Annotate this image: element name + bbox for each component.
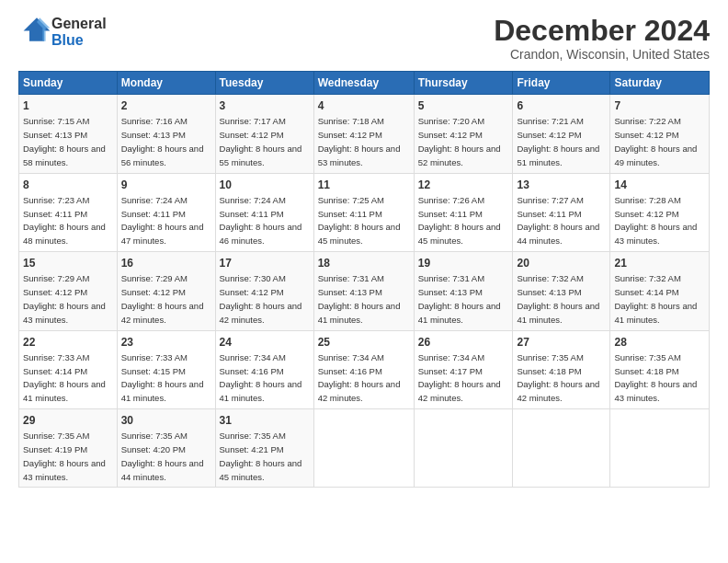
calendar-cell: 25Sunrise: 7:34 AMSunset: 4:16 PMDayligh… <box>313 330 414 408</box>
day-info: Sunrise: 7:35 AMSunset: 4:19 PMDaylight:… <box>23 431 106 481</box>
calendar-cell: 15Sunrise: 7:29 AMSunset: 4:12 PMDayligh… <box>19 252 118 330</box>
calendar-cell: 14Sunrise: 7:28 AMSunset: 4:12 PMDayligh… <box>610 173 710 251</box>
day-number: 30 <box>121 413 211 428</box>
day-number: 11 <box>318 178 410 192</box>
day-info: Sunrise: 7:17 AMSunset: 4:12 PMDaylight:… <box>220 116 302 167</box>
calendar-week-1: 1Sunrise: 7:15 AMSunset: 4:13 PMDaylight… <box>19 95 710 173</box>
day-info: Sunrise: 7:28 AMSunset: 4:12 PMDaylight:… <box>614 195 697 246</box>
calendar-cell <box>513 408 610 487</box>
day-number: 22 <box>23 335 113 350</box>
day-number: 10 <box>220 178 310 192</box>
calendar-cell: 20Sunrise: 7:32 AMSunset: 4:13 PMDayligh… <box>513 252 610 330</box>
calendar-cell: 3Sunrise: 7:17 AMSunset: 4:12 PMDaylight… <box>215 95 313 173</box>
day-info: Sunrise: 7:30 AMSunset: 4:12 PMDaylight:… <box>220 273 302 324</box>
logo: General Blue <box>18 15 107 49</box>
day-info: Sunrise: 7:21 AMSunset: 4:12 PMDaylight:… <box>517 116 599 167</box>
logo-text: General Blue <box>51 16 107 48</box>
day-info: Sunrise: 7:29 AMSunset: 4:12 PMDaylight:… <box>121 273 204 324</box>
day-number: 6 <box>517 98 606 113</box>
calendar-cell: 31Sunrise: 7:35 AMSunset: 4:21 PMDayligh… <box>215 408 313 487</box>
calendar-cell: 24Sunrise: 7:34 AMSunset: 4:16 PMDayligh… <box>215 330 313 408</box>
day-info: Sunrise: 7:15 AMSunset: 4:13 PMDaylight:… <box>23 116 106 167</box>
logo-blue: Blue <box>51 32 107 49</box>
day-number: 20 <box>517 256 606 270</box>
calendar-cell: 6Sunrise: 7:21 AMSunset: 4:12 PMDaylight… <box>513 95 610 173</box>
day-info: Sunrise: 7:33 AMSunset: 4:15 PMDaylight:… <box>121 352 204 403</box>
calendar-cell: 1Sunrise: 7:15 AMSunset: 4:13 PMDaylight… <box>19 95 118 173</box>
day-info: Sunrise: 7:29 AMSunset: 4:12 PMDaylight:… <box>23 273 106 324</box>
calendar-cell: 21Sunrise: 7:32 AMSunset: 4:14 PMDayligh… <box>610 252 710 330</box>
calendar: SundayMondayTuesdayWednesdayThursdayFrid… <box>18 71 710 488</box>
calendar-cell: 7Sunrise: 7:22 AMSunset: 4:12 PMDaylight… <box>610 95 710 173</box>
day-number: 25 <box>318 335 410 350</box>
month-title: December 2024 <box>494 15 710 47</box>
calendar-cell: 30Sunrise: 7:35 AMSunset: 4:20 PMDayligh… <box>117 408 215 487</box>
day-info: Sunrise: 7:31 AMSunset: 4:13 PMDaylight:… <box>418 273 501 324</box>
day-info: Sunrise: 7:32 AMSunset: 4:13 PMDaylight:… <box>517 273 599 324</box>
day-number: 7 <box>614 98 705 113</box>
calendar-cell: 5Sunrise: 7:20 AMSunset: 4:12 PMDaylight… <box>414 95 513 173</box>
day-number: 31 <box>220 413 310 428</box>
header: General Blue December 2024 Crandon, Wisc… <box>18 15 710 62</box>
calendar-cell: 27Sunrise: 7:35 AMSunset: 4:18 PMDayligh… <box>513 330 610 408</box>
calendar-cell: 17Sunrise: 7:30 AMSunset: 4:12 PMDayligh… <box>215 252 313 330</box>
calendar-week-2: 8Sunrise: 7:23 AMSunset: 4:11 PMDaylight… <box>19 173 710 251</box>
calendar-cell: 2Sunrise: 7:16 AMSunset: 4:13 PMDaylight… <box>117 95 215 173</box>
day-number: 14 <box>614 178 705 192</box>
day-number: 2 <box>121 98 211 113</box>
location: Crandon, Wisconsin, United States <box>494 47 710 62</box>
day-header-friday: Friday <box>513 72 610 95</box>
day-info: Sunrise: 7:25 AMSunset: 4:11 PMDaylight:… <box>318 195 401 246</box>
day-number: 29 <box>23 413 113 428</box>
calendar-week-4: 22Sunrise: 7:33 AMSunset: 4:14 PMDayligh… <box>19 330 710 408</box>
calendar-cell: 22Sunrise: 7:33 AMSunset: 4:14 PMDayligh… <box>19 330 118 408</box>
day-number: 18 <box>318 256 410 270</box>
calendar-body: 1Sunrise: 7:15 AMSunset: 4:13 PMDaylight… <box>19 95 710 488</box>
day-info: Sunrise: 7:24 AMSunset: 4:11 PMDaylight:… <box>121 195 204 246</box>
header-row: SundayMondayTuesdayWednesdayThursdayFrid… <box>19 72 710 95</box>
day-info: Sunrise: 7:34 AMSunset: 4:16 PMDaylight:… <box>220 352 302 403</box>
day-info: Sunrise: 7:34 AMSunset: 4:16 PMDaylight:… <box>318 352 401 403</box>
day-header-tuesday: Tuesday <box>215 72 313 95</box>
day-header-saturday: Saturday <box>610 72 710 95</box>
day-header-wednesday: Wednesday <box>313 72 414 95</box>
day-header-sunday: Sunday <box>19 72 118 95</box>
day-info: Sunrise: 7:16 AMSunset: 4:13 PMDaylight:… <box>121 116 204 167</box>
day-info: Sunrise: 7:34 AMSunset: 4:17 PMDaylight:… <box>418 352 501 403</box>
day-info: Sunrise: 7:31 AMSunset: 4:13 PMDaylight:… <box>318 273 401 324</box>
calendar-cell <box>414 408 513 487</box>
calendar-cell: 19Sunrise: 7:31 AMSunset: 4:13 PMDayligh… <box>414 252 513 330</box>
day-header-thursday: Thursday <box>414 72 513 95</box>
day-number: 15 <box>23 256 113 270</box>
day-number: 12 <box>418 178 509 192</box>
calendar-cell: 4Sunrise: 7:18 AMSunset: 4:12 PMDaylight… <box>313 95 414 173</box>
svg-marker-0 <box>24 17 51 41</box>
day-number: 23 <box>121 335 211 350</box>
calendar-cell: 8Sunrise: 7:23 AMSunset: 4:11 PMDaylight… <box>19 173 118 251</box>
day-number: 4 <box>318 98 410 113</box>
day-info: Sunrise: 7:18 AMSunset: 4:12 PMDaylight:… <box>318 116 401 167</box>
calendar-cell: 12Sunrise: 7:26 AMSunset: 4:11 PMDayligh… <box>414 173 513 251</box>
calendar-week-5: 29Sunrise: 7:35 AMSunset: 4:19 PMDayligh… <box>19 408 710 487</box>
day-number: 27 <box>517 335 606 350</box>
calendar-cell: 28Sunrise: 7:35 AMSunset: 4:18 PMDayligh… <box>610 330 710 408</box>
day-info: Sunrise: 7:27 AMSunset: 4:11 PMDaylight:… <box>517 195 599 246</box>
day-number: 17 <box>220 256 310 270</box>
day-number: 13 <box>517 178 606 192</box>
day-info: Sunrise: 7:32 AMSunset: 4:14 PMDaylight:… <box>614 273 697 324</box>
day-number: 26 <box>418 335 509 350</box>
day-number: 3 <box>220 98 310 113</box>
day-number: 1 <box>23 98 113 113</box>
calendar-cell <box>610 408 710 487</box>
day-info: Sunrise: 7:23 AMSunset: 4:11 PMDaylight:… <box>23 195 106 246</box>
day-info: Sunrise: 7:33 AMSunset: 4:14 PMDaylight:… <box>23 352 106 403</box>
logo-icon <box>22 15 51 44</box>
calendar-cell <box>313 408 414 487</box>
day-info: Sunrise: 7:35 AMSunset: 4:21 PMDaylight:… <box>220 431 302 481</box>
day-number: 24 <box>220 335 310 350</box>
day-info: Sunrise: 7:20 AMSunset: 4:12 PMDaylight:… <box>418 116 501 167</box>
day-info: Sunrise: 7:35 AMSunset: 4:18 PMDaylight:… <box>517 352 599 403</box>
calendar-cell: 16Sunrise: 7:29 AMSunset: 4:12 PMDayligh… <box>117 252 215 330</box>
calendar-cell: 10Sunrise: 7:24 AMSunset: 4:11 PMDayligh… <box>215 173 313 251</box>
day-number: 19 <box>418 256 509 270</box>
